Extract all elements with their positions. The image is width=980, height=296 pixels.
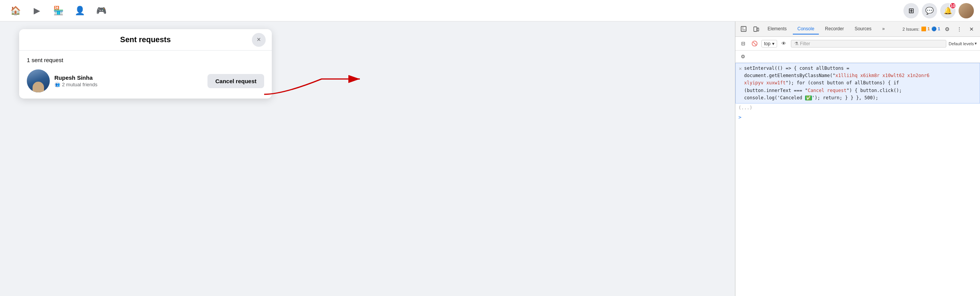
devtools-gear-row: ⚙ bbox=[735, 51, 980, 63]
inspect-element-button[interactable] bbox=[738, 24, 749, 35]
avatar[interactable] bbox=[959, 3, 974, 18]
nav-marketplace-icon[interactable]: 🏪 bbox=[49, 2, 67, 20]
context-chevron: ▾ bbox=[772, 41, 774, 46]
avatar-figure bbox=[33, 82, 44, 92]
svg-rect-1 bbox=[741, 26, 746, 31]
tab-elements[interactable]: Elements bbox=[763, 24, 791, 35]
sent-requests-modal: Sent requests × 1 sent request Rupesh Si… bbox=[19, 29, 272, 99]
filter-area[interactable]: ⚗ Filter bbox=[791, 40, 946, 48]
devtools-toolbar: Elements Console Recorder Sources » 2 Is… bbox=[735, 21, 980, 37]
console-ellipsis: (...) bbox=[735, 104, 980, 112]
top-navigation: 🏠 ▶ 🏪 👤 🎮 ⊞ 💬 🔔 10 bbox=[0, 0, 980, 21]
devtools-settings-button[interactable]: ⚙ bbox=[942, 24, 952, 35]
responsive-mode-button[interactable] bbox=[751, 24, 761, 35]
console-output: ✕ setInterval(() => { const allButtons =… bbox=[735, 63, 980, 296]
console-bar: ⊟ 🚫 top ▾ 👁 ⚗ Filter Default levels ▾ bbox=[735, 37, 980, 51]
issues-count: 2 Issues: 🟧 1 🔵 1 bbox=[903, 26, 940, 31]
nav-grid-button[interactable]: ⊞ bbox=[903, 3, 919, 18]
issues-label: 2 Issues: bbox=[903, 27, 920, 31]
main-area: Sent requests × 1 sent request Rupesh Si… bbox=[0, 21, 980, 296]
ellipsis-text: (...) bbox=[738, 105, 752, 110]
sent-requests-modal-overlay: Sent requests × 1 sent request Rupesh Si… bbox=[19, 29, 272, 99]
cancel-request-button[interactable]: Cancel request bbox=[207, 74, 264, 88]
tab-more[interactable]: » bbox=[877, 24, 889, 35]
mutual-count: 2 mutual friends bbox=[62, 82, 98, 87]
nav-video-icon[interactable]: ▶ bbox=[28, 2, 46, 20]
sidebar-toggle-button[interactable]: ⊟ bbox=[738, 39, 748, 48]
friend-avatar bbox=[27, 69, 50, 92]
filter-label: Filter bbox=[800, 41, 810, 46]
context-label: top bbox=[764, 41, 771, 46]
code-block: setInterval(() => { const allButtons = d… bbox=[744, 65, 977, 102]
red-arrow bbox=[260, 56, 368, 102]
nav-messenger-button[interactable]: 💬 bbox=[922, 3, 937, 18]
default-levels-chevron: ▾ bbox=[975, 41, 977, 46]
modal-header: Sent requests × bbox=[19, 29, 272, 51]
code-line-5: console.log('Canceled ✅'); return; } } }… bbox=[744, 94, 977, 102]
console-settings-button[interactable]: ⚙ bbox=[738, 52, 748, 61]
friend-avatar-image bbox=[27, 69, 50, 92]
nav-gaming-icon[interactable]: 🎮 bbox=[92, 2, 110, 20]
nav-notifications-button[interactable]: 🔔 10 bbox=[940, 3, 956, 18]
nav-home-icon[interactable]: 🏠 bbox=[6, 2, 24, 20]
mutual-friends: 👥 2 mutual friends bbox=[54, 82, 203, 88]
filter-icon: ⚗ bbox=[794, 41, 799, 46]
notification-badge: 10 bbox=[949, 2, 956, 9]
nav-profile-icon[interactable]: 👤 bbox=[70, 2, 89, 20]
console-entry-setinterval: ✕ setInterval(() => { const allButtons =… bbox=[735, 63, 980, 104]
context-selector[interactable]: top ▾ bbox=[761, 40, 777, 48]
mutual-icon: 👥 bbox=[54, 82, 60, 88]
devtools-close-button[interactable]: ✕ bbox=[966, 24, 977, 35]
sent-count-label: 1 sent request bbox=[27, 57, 264, 63]
friend-info: Rupesh Sinha 👥 2 mutual friends bbox=[54, 74, 203, 88]
code-line-3: xlyipyv xuxw1ft"); for (const button of … bbox=[744, 79, 977, 87]
modal-title: Sent requests bbox=[120, 35, 171, 44]
tab-sources[interactable]: Sources bbox=[850, 24, 876, 35]
devtools-more-button[interactable]: ⋮ bbox=[954, 24, 965, 35]
issue-blue-badge[interactable]: 🔵 1 bbox=[931, 26, 940, 31]
console-prompt[interactable]: > bbox=[735, 112, 980, 122]
issue-orange-badge[interactable]: 🟧 1 bbox=[921, 26, 930, 31]
modal-body: 1 sent request Rupesh Sinha 👥 2 mutual f… bbox=[19, 51, 272, 99]
code-line-4: (button.innerText === "Cancel request") … bbox=[744, 87, 977, 94]
tab-console[interactable]: Console bbox=[793, 24, 819, 35]
modal-close-button[interactable]: × bbox=[252, 33, 266, 47]
default-levels-dropdown[interactable]: Default levels ▾ bbox=[949, 41, 977, 46]
friend-name: Rupesh Sinha bbox=[54, 74, 203, 81]
devtools-panel: Elements Console Recorder Sources » 2 Is… bbox=[735, 21, 980, 296]
nav-right-area: ⊞ 💬 🔔 10 bbox=[903, 3, 974, 18]
prompt-arrow: > bbox=[738, 114, 742, 120]
svg-rect-3 bbox=[757, 28, 759, 31]
code-line-2: document.getElementsByClassName("x1lliih… bbox=[744, 72, 977, 79]
code-line-1: setInterval(() => { const allButtons = bbox=[744, 65, 977, 72]
default-levels-label: Default levels bbox=[949, 41, 974, 46]
console-input[interactable] bbox=[744, 114, 977, 120]
friend-request-row: Rupesh Sinha 👥 2 mutual friends Cancel r… bbox=[27, 69, 264, 92]
entry-close-icon[interactable]: ✕ bbox=[739, 66, 742, 71]
tab-recorder[interactable]: Recorder bbox=[820, 24, 848, 35]
facebook-content-area: Sent requests × 1 sent request Rupesh Si… bbox=[0, 21, 735, 296]
eye-button[interactable]: 👁 bbox=[779, 39, 789, 48]
svg-rect-2 bbox=[754, 27, 757, 31]
clear-console-button[interactable]: 🚫 bbox=[750, 39, 759, 48]
